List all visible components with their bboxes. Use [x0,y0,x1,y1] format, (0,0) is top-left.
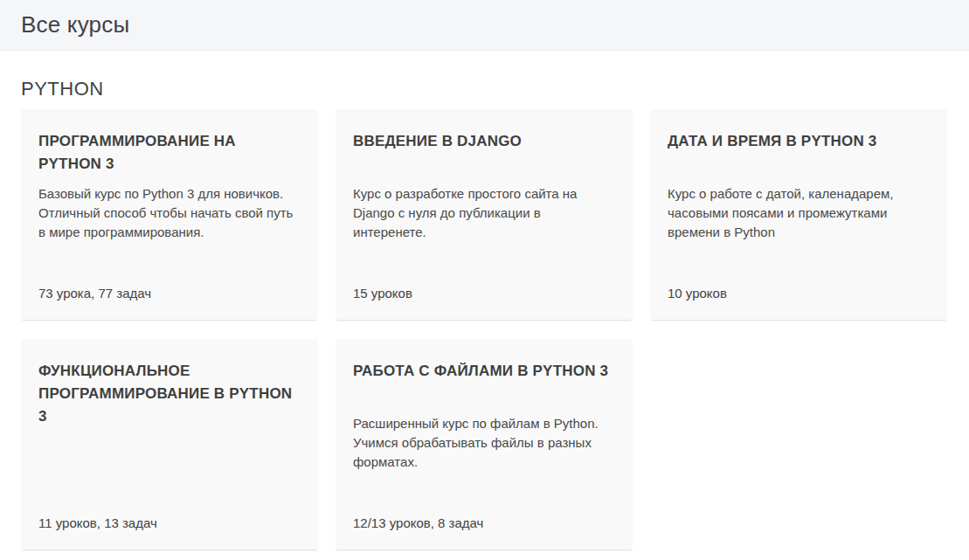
course-stats: 10 уроков [668,285,930,302]
section-title-python: PYTHON [21,78,947,100]
course-description: Расширенный курс по файлам в Python. Учи… [353,414,608,472]
course-card-programming-python3[interactable]: ПРОГРАММИРОВАНИЕ НА PYTHON 3 Базовый кур… [21,109,318,320]
page-header: Все курсы [0,0,969,51]
course-card-date-time-python3[interactable]: ДАТА И ВРЕМЯ В PYTHON 3 Курс о работе с … [650,109,947,320]
course-title: ФУНКЦИОНАЛЬНОЕ ПРОГРАММИРОВАНИЕ В PYTHON… [38,360,301,428]
course-grid: ПРОГРАММИРОВАНИЕ НА PYTHON 3 Базовый кур… [21,109,947,550]
course-stats: 12/13 уроков, 8 задач [353,515,615,532]
course-card-functional-programming-python3[interactable]: ФУНКЦИОНАЛЬНОЕ ПРОГРАММИРОВАНИЕ В PYTHON… [21,339,318,550]
course-card-files-python3[interactable]: РАБОТА С ФАЙЛАМИ В PYTHON 3 Расширенный … [336,339,633,550]
course-description: Курс о разработке простого сайта на Djan… [353,184,608,242]
course-stats: 73 урока, 77 задач [38,285,301,302]
course-stats: 11 уроков, 13 задач [38,515,301,532]
course-card-intro-django[interactable]: ВВЕДЕНИЕ В DJANGO Курс о разработке прос… [336,109,633,320]
course-title: ПРОГРАММИРОВАНИЕ НА PYTHON 3 [38,130,301,176]
course-stats: 15 уроков [353,285,615,302]
course-title: РАБОТА С ФАЙЛАМИ В PYTHON 3 [353,360,615,405]
course-title: ДАТА И ВРЕМЯ В PYTHON 3 [668,130,930,176]
page-title: Все курсы [21,11,129,38]
course-description: Базовый курс по Python 3 для новичков. О… [38,184,294,242]
courses-page: PYTHON ПРОГРАММИРОВАНИЕ НА PYTHON 3 Базо… [0,78,969,550]
course-title: ВВЕДЕНИЕ В DJANGO [353,130,615,176]
course-description: Курс о работе с датой, каленадарем, часо… [668,184,923,242]
